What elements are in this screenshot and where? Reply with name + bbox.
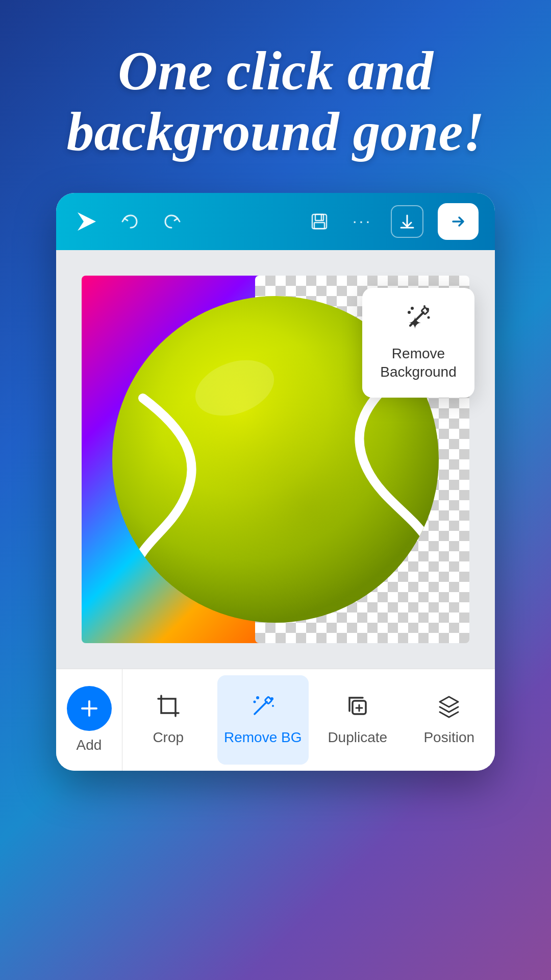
hero-title: One click and background gone! [31,41,520,162]
magic-wand-icon: ✦ [405,304,432,336]
position-button[interactable]: Position [404,669,495,771]
svg-point-24 [254,701,256,703]
svg-point-25 [272,705,274,707]
remove-background-label: Remove Background [374,345,462,382]
remove-bg-label: Remove BG [224,729,302,746]
remove-background-popup[interactable]: ✦ Remove Background [362,288,474,398]
svg-point-15 [428,316,430,318]
hero-section: One click and background gone! [0,0,551,193]
bottom-toolbar: Add Crop [56,669,495,771]
svg-point-23 [256,696,259,699]
add-button[interactable]: Add [56,669,122,771]
redo-button[interactable] [158,207,187,236]
duplicate-button[interactable]: Duplicate [312,669,404,771]
add-circle-icon [67,686,112,731]
crop-button[interactable]: Crop [122,669,214,771]
remove-bg-icon [251,694,275,723]
save-button[interactable] [305,207,334,236]
svg-marker-0 [78,212,96,231]
canvas-area: ✦ Remove Background [56,250,495,669]
image-container: ✦ Remove Background [71,265,480,653]
position-icon [437,694,461,723]
app-card: ··· [56,193,495,771]
more-options-button[interactable]: ··· [348,207,377,236]
svg-point-12 [426,308,429,311]
download-button[interactable] [391,205,423,238]
svg-rect-2 [315,214,323,220]
svg-text:✦: ✦ [408,314,422,331]
add-label: Add [77,737,102,753]
crop-label: Crop [153,729,184,746]
svg-point-13 [411,307,414,310]
remove-bg-button[interactable]: Remove BG [217,675,309,765]
svg-point-22 [270,697,273,700]
svg-rect-3 [314,223,324,229]
crop-icon [156,694,181,723]
toolbar: ··· [56,193,495,250]
app-logo [72,207,101,236]
duplicate-label: Duplicate [328,729,387,746]
position-label: Position [423,729,474,746]
svg-line-20 [255,702,267,714]
undo-button[interactable] [115,207,144,236]
svg-point-16 [423,305,425,307]
duplicate-icon [345,694,370,723]
share-button[interactable] [438,203,479,240]
